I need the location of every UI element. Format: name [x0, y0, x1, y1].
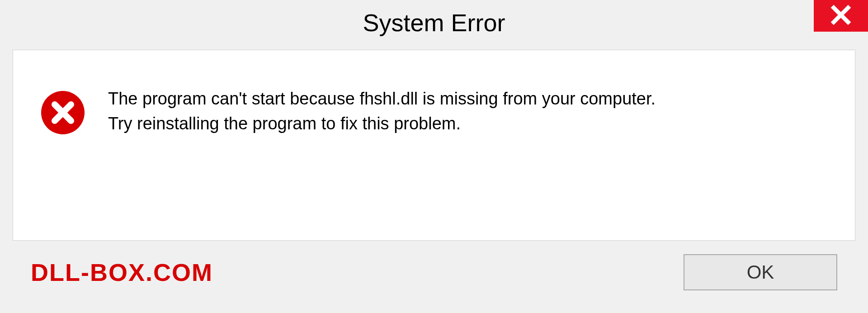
- message-row: The program can't start because fhshl.dl…: [40, 86, 828, 136]
- ok-button[interactable]: OK: [684, 254, 837, 290]
- error-icon: [40, 90, 85, 135]
- error-message-line2: Try reinstalling the program to fix this…: [108, 114, 461, 133]
- watermark-text: DLL-BOX.COM: [31, 258, 213, 286]
- ok-button-label: OK: [747, 261, 774, 283]
- titlebar: System Error: [0, 0, 868, 45]
- dialog-content: The program can't start because fhshl.dl…: [13, 50, 855, 241]
- error-message: The program can't start because fhshl.dl…: [108, 86, 656, 136]
- dialog-footer: DLL-BOX.COM OK: [13, 241, 855, 304]
- error-dialog-window: System Error The program can't start bec…: [0, 0, 868, 313]
- close-button[interactable]: [814, 0, 868, 32]
- close-icon: [830, 4, 852, 28]
- error-message-line1: The program can't start because fhshl.dl…: [108, 89, 656, 108]
- window-title: System Error: [363, 9, 505, 37]
